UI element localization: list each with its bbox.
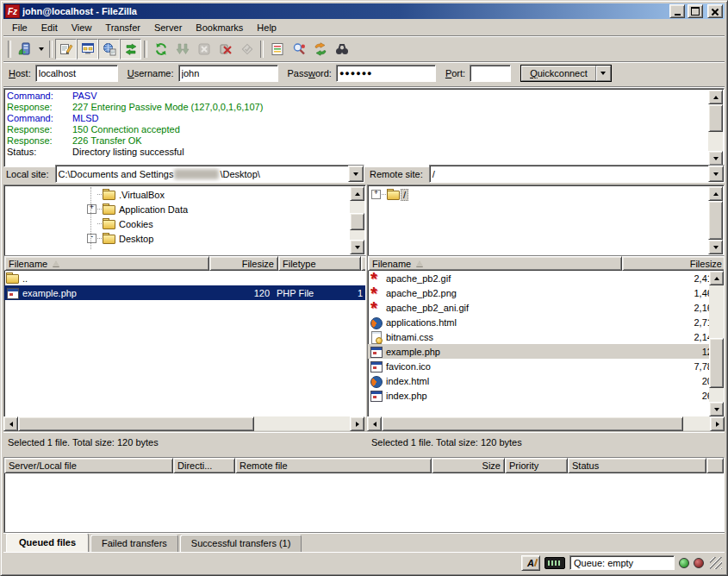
site-manager-button[interactable] xyxy=(14,39,35,59)
column-header-filename[interactable]: Filename xyxy=(4,256,209,271)
file-row[interactable]: example.php 120 PHP File 1 xyxy=(4,285,365,300)
column-header-filesize[interactable]: Filesize xyxy=(622,256,725,271)
remote-list-scrollbar[interactable] xyxy=(709,271,724,416)
queue-tab[interactable]: Queued files xyxy=(6,533,89,553)
synchronized-browsing-button[interactable] xyxy=(309,39,331,59)
menu-item[interactable]: Bookmarks xyxy=(189,21,250,34)
scroll-up-button[interactable] xyxy=(709,271,724,285)
scrollbar-thumb[interactable] xyxy=(382,416,683,431)
remote-list-hscrollbar[interactable] xyxy=(367,416,725,431)
scrollbar-thumb[interactable] xyxy=(350,213,364,230)
file-row[interactable]: applications.html 2,713 xyxy=(368,315,709,329)
log-line: Command: PASV xyxy=(7,91,706,102)
file-row[interactable]: favicon.ico 7,782 xyxy=(368,359,709,373)
file-row[interactable]: index.html 202 xyxy=(368,373,709,388)
column-header-filesize[interactable]: Filesize xyxy=(209,256,278,271)
scroll-down-button[interactable] xyxy=(708,240,723,254)
minimize-button[interactable] xyxy=(669,4,685,18)
local-site-combobox[interactable]: C:\Documents and Settings\Desktop\ xyxy=(55,165,364,183)
column-header-remote-file[interactable]: Remote file xyxy=(235,458,432,473)
menu-item[interactable]: Server xyxy=(147,21,189,34)
scroll-up-button[interactable] xyxy=(708,90,723,104)
scroll-down-button[interactable] xyxy=(350,240,364,254)
scroll-right-button[interactable] xyxy=(350,416,364,431)
port-input[interactable] xyxy=(470,65,511,82)
toggle-remote-tree-button[interactable] xyxy=(98,39,120,59)
scroll-down-button[interactable] xyxy=(708,151,723,166)
menu-item[interactable]: Edit xyxy=(34,21,65,34)
tree-expander[interactable] xyxy=(87,219,96,229)
scroll-right-button[interactable] xyxy=(710,416,725,431)
column-header-size[interactable]: Size xyxy=(432,458,505,473)
menu-item[interactable]: Transfer xyxy=(98,21,147,34)
directory-comparison-button[interactable] xyxy=(288,39,309,59)
remote-site-combobox[interactable]: / xyxy=(429,165,725,183)
remote-tree-scrollbar[interactable] xyxy=(708,186,723,254)
column-header-filetype[interactable]: Filetype xyxy=(278,256,361,271)
log-scrollbar[interactable] xyxy=(708,90,723,166)
menu-item[interactable]: Help xyxy=(250,21,283,34)
tree-item[interactable]: + Application Data xyxy=(4,202,365,216)
file-row[interactable]: index.php 267 xyxy=(368,388,709,403)
scrollbar-thumb[interactable] xyxy=(708,104,723,132)
column-header-status[interactable]: Status xyxy=(568,458,706,473)
queue-tab[interactable]: Successful transfers (1) xyxy=(180,535,302,553)
local-list-hscrollbar[interactable] xyxy=(3,416,364,431)
file-row[interactable]: apache_pb2.gif 2,414 xyxy=(368,271,709,285)
menu-item[interactable]: File xyxy=(5,21,34,34)
site-manager-dropdown-button[interactable] xyxy=(35,40,47,59)
toggle-local-tree-button[interactable] xyxy=(77,39,98,59)
process-queue-button[interactable] xyxy=(171,39,193,59)
close-button[interactable] xyxy=(707,4,723,18)
column-header-last-modified[interactable]: L xyxy=(361,256,366,271)
reconnect-button[interactable] xyxy=(236,39,258,59)
file-row[interactable]: apache_pb2.png 1,463 xyxy=(368,285,709,300)
quickconnect-dropdown-button[interactable] xyxy=(596,66,611,81)
tree-item[interactable]: Cookies xyxy=(4,216,365,231)
tree-expander[interactable]: + xyxy=(87,204,96,214)
disconnect-button[interactable] xyxy=(215,39,236,59)
maximize-button[interactable] xyxy=(688,4,703,18)
scroll-left-button[interactable] xyxy=(3,416,18,431)
queue-tab[interactable]: Failed transfers xyxy=(90,535,178,553)
toggle-message-log-button[interactable] xyxy=(55,39,77,59)
file-row[interactable]: bitnami.css 2,142 xyxy=(368,329,709,344)
file-icon xyxy=(370,272,383,285)
title-bar[interactable]: Fz john@localhost - FileZilla xyxy=(3,3,725,19)
scroll-left-button[interactable] xyxy=(367,416,382,431)
scrollbar-thumb[interactable] xyxy=(18,416,254,431)
column-header-server-local-file[interactable]: Server/Local file xyxy=(4,458,173,473)
tree-item[interactable]: - Desktop xyxy=(4,231,365,246)
quickconnect-button[interactable]: Quickconnect xyxy=(521,66,596,81)
column-header-filename[interactable]: Filename xyxy=(368,256,622,271)
file-row[interactable]: .. xyxy=(4,271,365,285)
file-row[interactable]: example.php 120 xyxy=(368,344,709,359)
column-header-direction[interactable]: Directi... xyxy=(173,458,235,473)
resize-grip[interactable] xyxy=(710,557,722,569)
tree-item[interactable]: .VirtualBox xyxy=(4,187,365,202)
tree-expander[interactable] xyxy=(87,190,96,199)
username-input[interactable] xyxy=(178,65,278,82)
column-header-priority[interactable]: Priority xyxy=(505,458,568,473)
local-site-dropdown-button[interactable] xyxy=(348,166,364,182)
password-input[interactable] xyxy=(336,65,436,82)
scrollbar-thumb[interactable] xyxy=(709,338,724,389)
scroll-up-button[interactable] xyxy=(708,186,723,201)
local-tree-scrollbar[interactable] xyxy=(350,186,364,254)
refresh-button[interactable] xyxy=(150,39,171,59)
scroll-up-button[interactable] xyxy=(350,186,364,201)
cancel-button[interactable] xyxy=(193,39,215,59)
scrollbar-thumb[interactable] xyxy=(708,201,723,240)
find-files-button[interactable] xyxy=(331,39,352,59)
filter-button[interactable] xyxy=(266,39,288,59)
file-row[interactable]: apache_pb2_ani.gif 2,160 xyxy=(368,300,709,315)
tree-item[interactable]: + / xyxy=(368,187,724,202)
remote-site-dropdown-button[interactable] xyxy=(708,166,724,182)
menu-item[interactable]: View xyxy=(65,21,99,34)
scroll-down-button[interactable] xyxy=(709,402,724,416)
tree-item-label: .VirtualBox xyxy=(116,189,167,201)
tree-expander[interactable]: + xyxy=(371,190,381,199)
tree-expander[interactable]: - xyxy=(87,234,96,243)
toggle-transfer-queue-button[interactable] xyxy=(120,39,141,59)
host-input[interactable] xyxy=(35,65,118,82)
